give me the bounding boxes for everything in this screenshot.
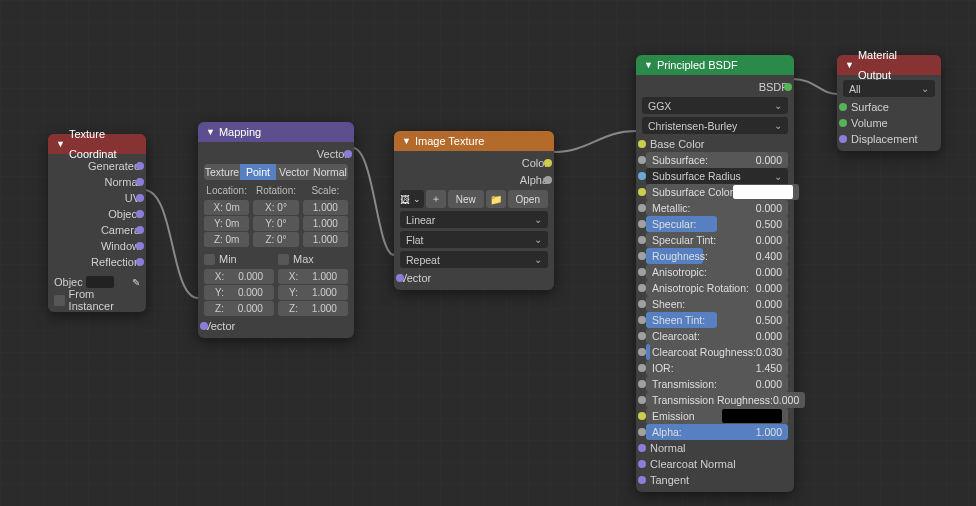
input-surface: Surface — [843, 99, 935, 115]
interpolation-dropdown[interactable]: Linear — [400, 211, 548, 228]
scale-x[interactable]: 1.000 — [303, 200, 348, 215]
distribution-dropdown[interactable]: GGX — [642, 97, 788, 114]
node-texture-coordinate[interactable]: ▼Texture Coordinat GeneratedNormalUVObje… — [48, 134, 146, 312]
prop-anisotropic-rotation-[interactable]: Anisotropic Rotation:0.000 — [642, 280, 788, 296]
node-title: Mapping — [219, 122, 261, 142]
collapse-icon[interactable]: ▼ — [644, 55, 653, 75]
prop-normal: Normal — [642, 440, 788, 456]
node-principled-bsdf[interactable]: ▼Principled BSDF BSDF GGX Christensen-Bu… — [636, 55, 794, 492]
prop-transmission-roughness-[interactable]: Transmission Roughness:0.000 — [642, 392, 788, 408]
prop-specular-[interactable]: Specular:0.500 — [642, 216, 788, 232]
collapse-icon[interactable]: ▼ — [206, 122, 215, 142]
loc-y[interactable]: Y: 0m — [204, 216, 249, 231]
output-camera: Camera — [54, 222, 140, 238]
prop-specular-tint-[interactable]: Specular Tint:0.000 — [642, 232, 788, 248]
from-instancer-checkbox[interactable]: From Instancer — [54, 292, 140, 308]
mapping-type-normal[interactable]: Normal — [312, 164, 348, 180]
input-volume: Volume — [843, 115, 935, 131]
image-browser-bar[interactable]: 🖼⌄ ＋ New 📁 Open — [400, 190, 548, 208]
prop-ior-[interactable]: IOR:1.450 — [642, 360, 788, 376]
image-browse-icon: 🖼⌄ — [400, 190, 424, 208]
rot-y[interactable]: Y: 0° — [253, 216, 298, 231]
prop-transmission-[interactable]: Transmission:0.000 — [642, 376, 788, 392]
new-image-icon: ＋ — [426, 190, 446, 208]
prop-roughness-[interactable]: Roughness:0.400 — [642, 248, 788, 264]
prop-emission[interactable]: Emission — [642, 408, 788, 424]
prop-subsurface-color[interactable]: Subsurface Color — [642, 184, 788, 200]
min-z[interactable]: Z: 0.000 — [204, 301, 274, 316]
mapping-type-texture[interactable]: Texture — [204, 164, 240, 180]
eyedropper-icon[interactable]: ✎ — [132, 277, 140, 288]
input-displacement: Displacement — [843, 131, 935, 147]
target-dropdown[interactable]: All — [843, 80, 935, 97]
min-x[interactable]: X: 0.000 — [204, 269, 274, 284]
max-checkbox[interactable]: Max — [278, 251, 348, 267]
folder-icon: 📁 — [486, 190, 506, 208]
extension-dropdown[interactable]: Repeat — [400, 251, 548, 268]
prop-subsurface-radius[interactable]: Subsurface Radius — [642, 168, 788, 184]
prop-subsurface-[interactable]: Subsurface:0.000 — [642, 152, 788, 168]
prop-clearcoat-roughness-[interactable]: Clearcoat Roughness:0.030 — [642, 344, 788, 360]
node-title: Principled BSDF — [657, 55, 738, 75]
node-image-texture[interactable]: ▼Image Texture Color Alpha 🖼⌄ ＋ New 📁 Op… — [394, 131, 554, 290]
rot-x[interactable]: X: 0° — [253, 200, 298, 215]
node-title: Image Texture — [415, 131, 485, 151]
input-vector: Vector — [204, 318, 348, 334]
max-z[interactable]: Z: 1.000 — [278, 301, 348, 316]
min-y[interactable]: Y: 0.000 — [204, 285, 274, 300]
mapping-type-vector[interactable]: Vector — [276, 164, 312, 180]
output-bsdf: BSDF — [642, 79, 788, 95]
collapse-icon[interactable]: ▼ — [402, 131, 411, 151]
collapse-icon[interactable]: ▼ — [56, 134, 65, 154]
open-button[interactable]: Open — [508, 190, 548, 208]
output-normal: Normal — [54, 174, 140, 190]
output-reflection: Reflection — [54, 254, 140, 270]
output-color: Color — [400, 155, 548, 171]
node-material-output[interactable]: ▼Material Output All SurfaceVolumeDispla… — [837, 55, 941, 151]
input-vector: Vector — [400, 270, 548, 286]
output-vector: Vector — [204, 146, 348, 162]
scale-z[interactable]: 1.000 — [303, 232, 348, 247]
projection-dropdown[interactable]: Flat — [400, 231, 548, 248]
node-title: Material Output — [858, 45, 933, 85]
output-alpha: Alpha — [400, 172, 548, 188]
prop-tangent: Tangent — [642, 472, 788, 488]
output-window: Window — [54, 238, 140, 254]
rot-z[interactable]: Z: 0° — [253, 232, 298, 247]
mapping-type-point[interactable]: Point — [240, 164, 276, 180]
sss-method-dropdown[interactable]: Christensen-Burley — [642, 117, 788, 134]
loc-z[interactable]: Z: 0m — [204, 232, 249, 247]
prop-sheen-tint-[interactable]: Sheen Tint:0.500 — [642, 312, 788, 328]
output-object: Object — [54, 206, 140, 222]
loc-x[interactable]: X: 0m — [204, 200, 249, 215]
prop-sheen-[interactable]: Sheen:0.000 — [642, 296, 788, 312]
max-y[interactable]: Y: 1.000 — [278, 285, 348, 300]
prop-clearcoat-[interactable]: Clearcoat:0.000 — [642, 328, 788, 344]
output-generated: Generated — [54, 158, 140, 174]
max-x[interactable]: X: 1.000 — [278, 269, 348, 284]
prop-anisotropic-[interactable]: Anisotropic:0.000 — [642, 264, 788, 280]
object-picker[interactable] — [86, 276, 114, 288]
collapse-icon[interactable]: ▼ — [845, 55, 854, 75]
prop-clearcoat-normal: Clearcoat Normal — [642, 456, 788, 472]
prop-base-color: Base Color — [642, 136, 788, 152]
output-uv: UV — [54, 190, 140, 206]
new-button[interactable]: New — [448, 190, 484, 208]
node-mapping[interactable]: ▼Mapping Vector TexturePointVectorNormal… — [198, 122, 354, 338]
mapping-type-toggle[interactable]: TexturePointVectorNormal — [204, 164, 348, 180]
prop-metallic-[interactable]: Metallic:0.000 — [642, 200, 788, 216]
prop-alpha-[interactable]: Alpha:1.000 — [642, 424, 788, 440]
scale-y[interactable]: 1.000 — [303, 216, 348, 231]
min-checkbox[interactable]: Min — [204, 251, 274, 267]
